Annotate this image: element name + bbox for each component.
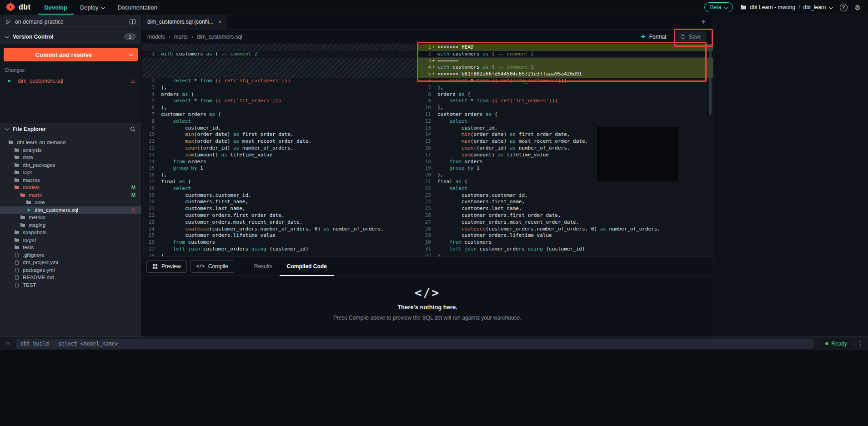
nav-item-deploy[interactable]: Deploy	[74, 0, 111, 15]
code-line[interactable]: 3),	[142, 85, 418, 91]
code-line[interactable]: 6 select * from {{ ref('stg_customers')}…	[418, 78, 713, 85]
code-line[interactable]: 30 from customers	[418, 239, 713, 246]
tree-item-dbt-project-yml[interactable]: dbt_project.yml	[0, 259, 141, 266]
file-explorer-header[interactable]: File Explorer	[0, 123, 141, 135]
scrollbar-thumb[interactable]	[709, 46, 712, 115]
code-line[interactable]: 25 customers.last_name,	[418, 205, 713, 212]
code-line[interactable]: 18 from orders	[418, 159, 713, 165]
code-line[interactable]: 24 coalesce(customer_orders.number_of_or…	[142, 226, 418, 233]
code-line[interactable]: 2with customers as ( -- comment 2	[418, 51, 713, 58]
code-line[interactable]: 23 customer_orders.most_recent_order_dat…	[142, 219, 418, 226]
code-line[interactable]: 15 group by 1	[142, 165, 418, 172]
tree-item-test[interactable]: TEST	[0, 281, 141, 289]
changed-file-item[interactable]: dim_customers.sql⚠	[4, 76, 138, 86]
gear-icon[interactable]: ⚙	[855, 4, 861, 11]
tree-item--gitignore[interactable]: .gitignore	[0, 251, 141, 259]
tree-item-metrics[interactable]: metrics	[0, 214, 141, 221]
search-icon[interactable]	[130, 126, 136, 132]
code-line[interactable]: 25 customer_orders.lifetime_value	[142, 232, 418, 239]
code-line[interactable]: 22 customer_orders.first_order_date,	[142, 212, 418, 219]
breadcrumb-item[interactable]: models	[147, 34, 165, 40]
tree-item-logs[interactable]: logs	[0, 169, 141, 176]
code-line[interactable]: 9 customer_id,	[142, 125, 418, 132]
nav-item-develop[interactable]: Develop	[38, 0, 74, 15]
nav-item-documentation[interactable]: Documentation	[111, 0, 163, 15]
code-line[interactable]: 19 customers.customer_id,	[142, 192, 418, 199]
code-line[interactable]: 4+with customers as ( -- comment 1	[418, 64, 713, 71]
code-line[interactable]: 17final as (	[142, 179, 418, 185]
editor-pane-right[interactable]: 1+<<<<<<< HEAD2with customers as ( -- co…	[418, 44, 713, 256]
code-line[interactable]: 15 max(order_date) as most_recent_order_…	[418, 138, 713, 145]
docs-reader-icon[interactable]	[129, 19, 136, 25]
code-line[interactable]: 32)	[418, 253, 713, 256]
code-line[interactable]: 27 customer_orders.most_recent_order_dat…	[418, 219, 713, 226]
code-line[interactable]: 6),	[142, 105, 418, 111]
tree-item-core[interactable]: core	[0, 199, 141, 206]
code-line[interactable]: 23 customers.customer_id,	[418, 192, 713, 199]
code-line[interactable]: 7customer_orders as (	[142, 111, 418, 118]
tree-item-dbt-packages[interactable]: dbt_packages	[0, 161, 141, 169]
tree-item-snapshots[interactable]: snapshots	[0, 229, 141, 236]
code-line[interactable]: 13 sum(amount) as lifetime_value	[142, 152, 418, 159]
code-line[interactable]: 9 select * from {{ ref('fct_orders')}}	[418, 98, 713, 105]
code-line[interactable]: 11customer_orders as (	[418, 111, 713, 118]
tree-item-dbt-learn-on-demand[interactable]: dbt-learn-on-demand	[0, 139, 141, 146]
tree-item-models[interactable]: modelsM	[0, 184, 141, 191]
code-line[interactable]: 18 select	[142, 185, 418, 192]
code-line[interactable]: 14 from orders	[142, 159, 418, 165]
close-icon[interactable]: ×	[218, 18, 221, 25]
code-line[interactable]: 7),	[418, 85, 713, 91]
code-line[interactable]: 8 select	[142, 118, 418, 125]
tree-item-dim-customers-sql[interactable]: dim_customers.sql⚠	[0, 206, 141, 214]
editor-tab[interactable]: dim_customers.sql (confli... ×	[142, 15, 228, 29]
compile-button[interactable]: </> Compile	[191, 260, 234, 273]
new-tab-button[interactable]: +	[694, 15, 713, 29]
code-line[interactable]: 16 count(order_id) as number_of_orders,	[418, 145, 713, 152]
code-line[interactable]: 11 max(order_date) as most_recent_order_…	[142, 138, 418, 145]
breadcrumb-item[interactable]: marts	[174, 34, 188, 40]
branch-row[interactable]: on-demand-practice	[0, 15, 141, 30]
commit-button[interactable]: Commit and resolve	[4, 48, 138, 61]
code-line[interactable]: 20),	[418, 172, 713, 179]
tree-item-data[interactable]: data	[0, 154, 141, 161]
commit-options-button[interactable]	[124, 48, 138, 61]
code-line[interactable]: 19 group by 1	[418, 165, 713, 172]
code-line[interactable]: 1with customers as ( -- comment 2	[142, 51, 418, 58]
code-line[interactable]: 10 min(order_date) as first_order_date,	[142, 131, 418, 138]
code-line[interactable]: 24 customers.first_name,	[418, 199, 713, 205]
help-icon[interactable]: ?	[840, 4, 848, 11]
code-line[interactable]: 17 sum(amount) as lifetime_value	[418, 152, 713, 159]
tab-compiled-code[interactable]: Compiled Code	[280, 257, 334, 276]
tree-item-target[interactable]: target	[0, 236, 141, 244]
code-line[interactable]: 20 customers.first_name,	[142, 199, 418, 205]
code-line[interactable]: 26 customer_orders.first_order_date,	[418, 212, 713, 219]
code-line[interactable]: 26 from customers	[142, 239, 418, 246]
code-line[interactable]: 21final as (	[418, 179, 713, 185]
code-line[interactable]: 21 customers.last_name,	[142, 205, 418, 212]
code-line[interactable]: 10),	[418, 105, 713, 111]
tree-item-analysis[interactable]: analysis	[0, 146, 141, 154]
code-line[interactable]: 27 left join customer_orders using (cust…	[142, 246, 418, 253]
code-line[interactable]: 8orders as (	[418, 91, 713, 98]
tree-item-readme-md[interactable]: README.md	[0, 274, 141, 281]
code-line[interactable]: 12 select	[418, 118, 713, 125]
code-line[interactable]: 5+>>>>>>> b81f802a66fd544504c65721e3ffaa…	[418, 71, 713, 78]
code-line[interactable]: 12 count(order_id) as number_of_orders,	[142, 145, 418, 152]
breadcrumb-item[interactable]: dim_customers.sql	[197, 34, 242, 40]
code-line[interactable]: 4orders as (	[142, 91, 418, 98]
tree-item-packages-yml[interactable]: packages.yml	[0, 266, 141, 274]
code-line[interactable]: 28 coalesce(customer_orders.number_of_or…	[418, 226, 713, 233]
code-line[interactable]: 31 left join customer_orders using (cust…	[418, 246, 713, 253]
code-line[interactable]: 28)	[142, 253, 418, 256]
editor-pane-left[interactable]: 1with customers as ( -- comment 22 selec…	[142, 44, 418, 256]
code-line[interactable]: 13 customer_id,	[418, 125, 713, 132]
account-switcher[interactable]: dbt Learn - mwong / dbt_learn	[740, 4, 832, 10]
dbt-logo[interactable]: dbt	[0, 2, 38, 12]
code-line[interactable]: 22 select	[418, 185, 713, 192]
kebab-menu-icon[interactable]: ⋮	[857, 340, 863, 347]
code-line[interactable]: 3+=======	[418, 58, 713, 65]
tree-item-marts[interactable]: martsM	[0, 191, 141, 199]
command-input[interactable]: dbt build --select <model_name>	[16, 339, 813, 349]
code-line[interactable]: 1+<<<<<<< HEAD	[418, 44, 713, 51]
tree-item-tests[interactable]: tests	[0, 244, 141, 251]
